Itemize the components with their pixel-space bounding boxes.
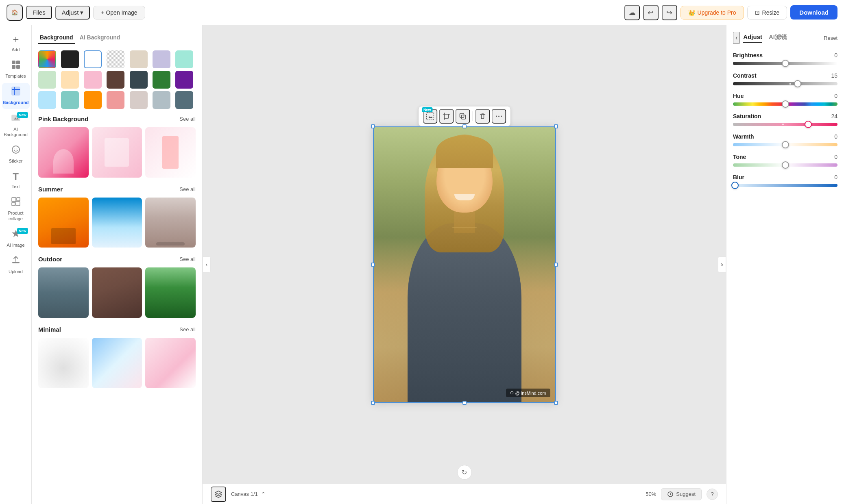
adjust-panel-header: ‹ Adjust AI滤镜 Reset (733, 32, 837, 44)
bg-thumb-outdoor-3[interactable] (145, 267, 196, 318)
sidebar-item-add[interactable]: ＋ Add (2, 29, 30, 56)
collapse-right-panel-button[interactable]: › (718, 256, 726, 273)
collapse-panel-button[interactable]: ‹ (203, 256, 211, 273)
contrast-row: Contrast 15 (733, 72, 837, 85)
sidebar-item-templates[interactable]: Templates (2, 56, 30, 82)
bg-thumb-minimal-1[interactable] (38, 338, 89, 388)
blur-slider-track[interactable] (733, 184, 837, 187)
blur-slider-thumb[interactable] (731, 182, 739, 189)
saturation-slider-track[interactable] (733, 123, 837, 126)
hue-slider-track[interactable] (733, 102, 837, 106)
resize-handle-tc[interactable] (462, 124, 467, 128)
bg-thumb-pink-3[interactable] (145, 127, 196, 178)
brightness-slider-track[interactable] (733, 62, 837, 65)
undo-button[interactable]: ↩ (643, 5, 659, 20)
section-header-outdoor: Outdoor See all (38, 256, 196, 263)
color-swatch-black[interactable] (61, 50, 79, 68)
upgrade-button[interactable]: 👑 Upgrade to Pro (680, 6, 744, 20)
resize-handle-mr[interactable] (554, 263, 558, 267)
resize-handle-tr[interactable] (554, 124, 558, 128)
saturation-slider-thumb[interactable] (805, 121, 812, 128)
resize-handle-bl[interactable] (371, 401, 375, 405)
sidebar-item-upload[interactable]: Upload (2, 252, 30, 278)
color-swatch-rainbow[interactable] (38, 50, 56, 68)
resize-handle-ml[interactable] (371, 263, 375, 267)
suggest-button[interactable]: Suggest (661, 488, 702, 500)
bg-thumb-outdoor-2[interactable] (92, 267, 142, 318)
contrast-slider-thumb[interactable] (794, 80, 801, 87)
more-options-button[interactable] (491, 109, 506, 124)
help-button[interactable]: ? (707, 489, 718, 500)
color-swatch-lightpink[interactable] (84, 71, 102, 89)
sidebar-item-text[interactable]: T Text (2, 168, 30, 193)
tab-background[interactable]: Background (38, 32, 75, 44)
delete-button[interactable] (475, 109, 490, 124)
color-swatch-purple[interactable] (175, 71, 193, 89)
tab-adjust[interactable]: Adjust (743, 33, 762, 43)
resize-button[interactable]: ⊡ Resize (747, 6, 787, 20)
color-swatch-teal[interactable] (61, 91, 79, 109)
tab-ai-background[interactable]: AI Background (78, 32, 122, 44)
duplicate-button[interactable] (455, 109, 470, 124)
color-swatch-orange[interactable] (84, 91, 102, 109)
section-title-summer: Summer (38, 186, 63, 193)
color-swatch-lavender[interactable] (153, 50, 170, 68)
tab-ai-filter[interactable]: AI滤镜 (769, 33, 787, 43)
color-swatch-skyblue[interactable] (38, 91, 56, 109)
cloud-save-button[interactable]: ☁ (624, 5, 640, 20)
see-all-minimal[interactable]: See all (179, 326, 196, 332)
color-swatch-beige[interactable] (130, 50, 148, 68)
color-swatch-bluegray[interactable] (153, 91, 170, 109)
color-swatch-peach[interactable] (61, 71, 79, 89)
bg-thumb-pink-2[interactable] (92, 127, 142, 178)
rotate-button[interactable]: ↻ (457, 465, 472, 480)
sidebar-item-ai-image[interactable]: AI Image New (2, 226, 30, 251)
sidebar-item-ai-background[interactable]: AI Background New (2, 110, 30, 141)
home-button[interactable]: 🏠 (7, 4, 23, 21)
open-image-button[interactable]: + Open Image (93, 6, 145, 20)
color-swatch-lightbrown[interactable] (130, 91, 148, 109)
contrast-slider-track[interactable] (733, 82, 837, 85)
brightness-slider-thumb[interactable] (782, 60, 789, 67)
color-swatch-salmon[interactable] (107, 91, 124, 109)
sidebar-item-product-collage[interactable]: Product collage (2, 193, 30, 224)
see-all-summer[interactable]: See all (179, 186, 196, 192)
redo-button[interactable]: ↪ (662, 5, 677, 20)
color-swatch-brown[interactable] (107, 71, 124, 89)
color-swatch-mint[interactable] (175, 50, 193, 68)
resize-handle-bc[interactable] (462, 401, 467, 405)
hue-slider-thumb[interactable] (782, 100, 789, 108)
layers-button[interactable] (211, 487, 226, 502)
canvas-image[interactable]: ⊙ @ insMind.com (373, 126, 556, 403)
bg-thumb-minimal-3[interactable] (145, 338, 196, 388)
color-swatch-darkgreen[interactable] (153, 71, 170, 89)
color-swatch-slategray[interactable] (175, 91, 193, 109)
bg-thumb-pink-1[interactable] (38, 127, 89, 178)
files-button[interactable]: Files (26, 6, 52, 19)
color-swatch-darkblue[interactable] (130, 71, 148, 89)
resize-handle-br[interactable] (554, 401, 558, 405)
bg-thumb-summer-2[interactable] (92, 198, 142, 248)
see-all-outdoor[interactable]: See all (179, 256, 196, 262)
back-button[interactable]: ‹ (733, 32, 740, 44)
see-all-pink[interactable]: See all (179, 116, 196, 122)
bg-thumb-summer-1[interactable] (38, 198, 89, 248)
sidebar-item-background[interactable]: Background (2, 83, 30, 109)
tone-slider-thumb[interactable] (782, 161, 789, 169)
adjust-button[interactable]: Adjust ▾ (55, 6, 90, 20)
bg-thumb-outdoor-1[interactable] (38, 267, 89, 318)
crop-button[interactable] (439, 109, 454, 124)
warmth-slider-thumb[interactable] (782, 141, 789, 148)
color-swatch-transparent[interactable] (107, 50, 124, 68)
sidebar-item-sticker[interactable]: Sticker (2, 141, 30, 167)
tone-slider-track[interactable] (733, 163, 837, 167)
reset-button[interactable]: Reset (824, 35, 837, 41)
color-swatch-white[interactable] (84, 50, 102, 68)
color-swatch-lightgreen[interactable] (38, 71, 56, 89)
warmth-label-row: Warmth 0 (733, 133, 837, 140)
bg-thumb-minimal-2[interactable] (92, 338, 142, 388)
warmth-slider-track[interactable] (733, 143, 837, 146)
resize-handle-tl[interactable] (371, 124, 375, 128)
bg-thumb-summer-3[interactable] (145, 198, 196, 248)
download-button[interactable]: Download (790, 5, 837, 20)
